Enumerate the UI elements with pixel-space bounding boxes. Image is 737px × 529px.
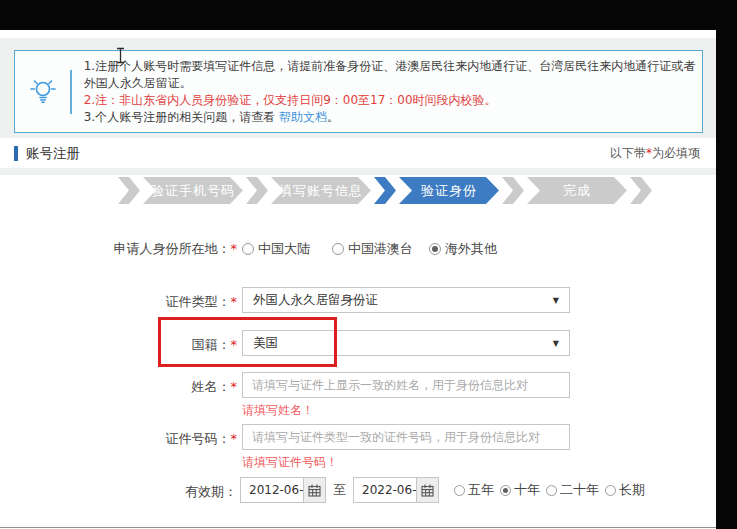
validity-from-input[interactable] — [241, 478, 303, 502]
section-header: 账号注册 以下带*为必填项 — [0, 138, 716, 168]
radio-circle[interactable] — [242, 243, 254, 255]
name-input[interactable] — [242, 372, 570, 398]
name-label: 姓名：* — [0, 378, 237, 396]
validity-from-group — [240, 477, 326, 503]
chevron-down-icon: ▼ — [553, 296, 559, 305]
nationality-value: 美国 — [253, 335, 278, 352]
notice-line-2: 2.注：非山东省内人员身份验证，仅支持日间9：00至17：00时间段内校验。 — [84, 92, 702, 109]
radio-circle[interactable] — [605, 485, 616, 496]
date-range-separator: 至 — [333, 481, 346, 499]
step-complete: 完成 — [527, 177, 627, 204]
top-black-bar — [0, 0, 737, 30]
nationality-select[interactable]: 美国 ▼ — [242, 330, 570, 356]
cert-type-select[interactable]: 外国人永久居留身份证 ▼ — [242, 287, 570, 313]
name-error: 请填写姓名！ — [242, 402, 314, 419]
radio-long-term[interactable]: 长期 — [605, 481, 645, 499]
step-chevron — [118, 177, 140, 204]
page-background-gap — [0, 168, 716, 175]
title-accent-bar — [14, 146, 18, 161]
step-chevron — [502, 177, 524, 204]
text-cursor — [115, 47, 126, 68]
lightbulb-icon — [15, 76, 70, 108]
step-chevron-active — [374, 177, 396, 204]
calendar-icon-button[interactable] — [416, 478, 438, 502]
validity-label: 有效期： — [0, 483, 237, 501]
notice-line-3: 3.个人账号注册的相关问题，请查看 帮助文档。 — [84, 109, 702, 126]
help-doc-link[interactable]: 帮助文档 — [279, 110, 327, 124]
radio-five-years[interactable]: 五年 — [454, 481, 494, 499]
radio-circle[interactable] — [429, 243, 441, 255]
bottom-divider — [0, 527, 716, 528]
step-indicator: 验证手机号码 填写账号信息 验证身份 完成 — [118, 177, 652, 204]
step-account-info: 填写账号信息 — [271, 177, 371, 204]
radio-overseas-other-selected[interactable]: 海外其他 — [429, 240, 497, 258]
location-label: 申请人身份所在地：* — [0, 240, 237, 258]
validity-duration-radios: 五年 十年 二十年 长期 — [454, 481, 645, 499]
notice-line-1: 1.注册个人账号时需要填写证件信息，请提前准备身份证、港澳居民往来内地通行证、台… — [84, 58, 702, 92]
cert-no-error: 请填写证件号码！ — [242, 454, 338, 471]
cert-type-label: 证件类型：* — [0, 293, 237, 311]
radio-twenty-years[interactable]: 二十年 — [546, 481, 599, 499]
radio-circle[interactable] — [546, 485, 557, 496]
validity-to-group — [353, 477, 439, 503]
required-fields-note: 以下带*为必填项 — [610, 138, 700, 168]
radio-circle[interactable] — [454, 485, 465, 496]
notice-line-3-text: 3.个人账号注册的相关问题，请查看 — [84, 110, 279, 124]
radio-circle[interactable] — [332, 243, 344, 255]
validity-to-input[interactable] — [354, 478, 416, 502]
radio-mainland-china[interactable]: 中国大陆 — [242, 240, 310, 258]
step-chevron — [246, 177, 268, 204]
cert-no-label: 证件号码：* — [0, 430, 237, 448]
step-chevron — [630, 177, 652, 204]
radio-circle[interactable] — [500, 485, 511, 496]
chevron-down-icon: ▼ — [553, 339, 559, 348]
page-title: 账号注册 — [26, 138, 80, 168]
cert-no-input[interactable] — [242, 424, 570, 450]
step-verify-identity-active: 验证身份 — [399, 177, 499, 204]
right-black-bar — [716, 0, 737, 529]
calendar-icon-button[interactable] — [303, 478, 325, 502]
cert-type-value: 外国人永久居留身份证 — [253, 292, 378, 309]
radio-hk-macao-taiwan[interactable]: 中国港澳台 — [332, 240, 413, 258]
step-verify-phone: 验证手机号码 — [143, 177, 243, 204]
nationality-label: 国籍：* — [0, 336, 237, 354]
notice-line-3-suffix: 。 — [327, 110, 339, 124]
radio-ten-years-selected[interactable]: 十年 — [500, 481, 540, 499]
